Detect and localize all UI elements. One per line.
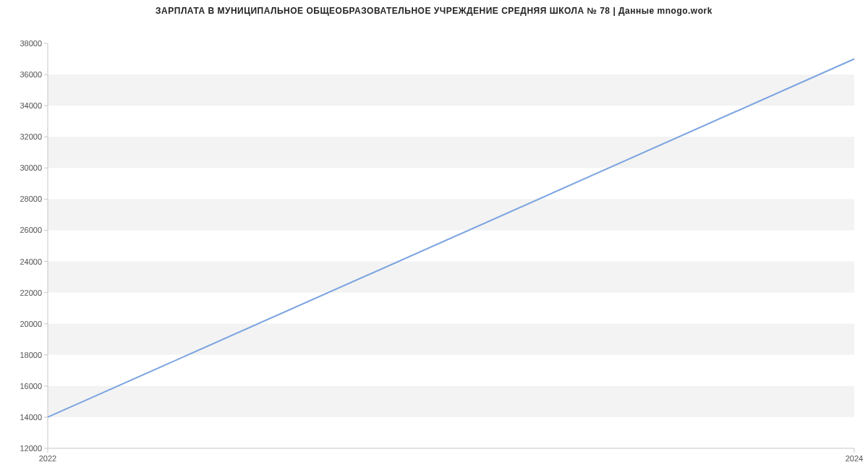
chart-title: ЗАРПЛАТА В МУНИЦИПАЛЬНОЕ ОБЩЕОБРАЗОВАТЕЛ… (0, 0, 868, 16)
grid-band (48, 262, 854, 293)
y-tick-label: 20000 (20, 320, 42, 328)
y-tick-label: 28000 (20, 195, 42, 203)
y-tick-label: 38000 (20, 39, 42, 48)
y-tick-label: 16000 (20, 382, 42, 390)
y-tick-label: 34000 (20, 101, 42, 110)
y-tick-label: 26000 (20, 226, 42, 234)
y-tick-label: 32000 (20, 132, 42, 141)
y-tick-label: 14000 (20, 413, 42, 422)
y-tick-label: 24000 (20, 257, 42, 266)
y-tick-label: 22000 (20, 289, 42, 297)
line-chart: 1200014000160001800020000220002400026000… (0, 16, 868, 464)
x-tick-label: 2022 (39, 454, 56, 463)
data-line (48, 59, 854, 417)
y-tick-label: 18000 (20, 351, 42, 359)
y-tick-label: 12000 (20, 444, 42, 453)
grid-band (48, 199, 854, 230)
y-tick-label: 36000 (20, 70, 42, 79)
grid-band (48, 386, 854, 417)
grid-band (48, 74, 854, 106)
x-tick-label: 2024 (846, 454, 863, 463)
grid-band (48, 137, 854, 168)
grid-band (48, 324, 854, 355)
y-tick-label: 30000 (20, 163, 42, 172)
